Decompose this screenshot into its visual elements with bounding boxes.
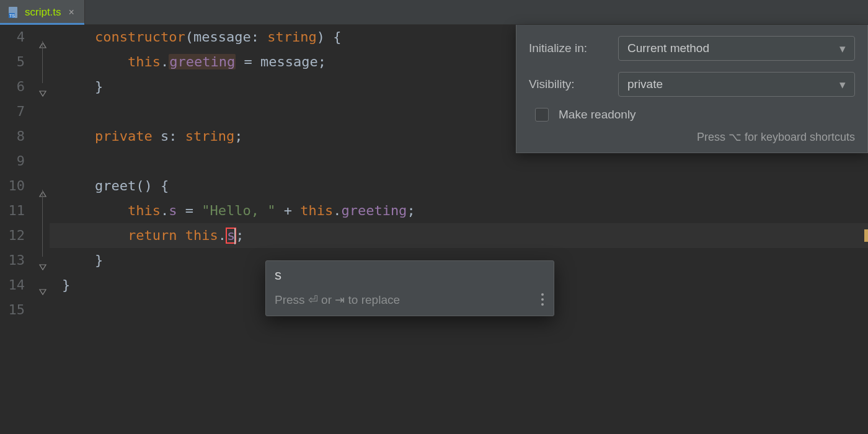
line-number: 5 xyxy=(0,50,25,74)
line-number: 7 xyxy=(0,99,25,124)
visibility-select[interactable]: private ▾ xyxy=(618,72,855,97)
rename-input[interactable]: s xyxy=(266,261,554,286)
tab-bar: TS script.ts × xyxy=(0,0,868,25)
code-line[interactable]: greet() { xyxy=(50,174,868,198)
line-number-gutter: 456789101112131415 xyxy=(0,25,36,434)
rename-hint: Press ⏎ or ⇥ to replace xyxy=(275,293,400,307)
initialize-in-select[interactable]: Current method ▾ xyxy=(618,36,855,61)
initialize-in-label: Initialize in: xyxy=(529,42,608,55)
line-number: 14 xyxy=(0,273,25,298)
svg-text:TS: TS xyxy=(9,14,15,18)
line-number: 11 xyxy=(0,198,25,223)
typescript-file-icon: TS xyxy=(7,6,20,19)
make-readonly-checkbox[interactable] xyxy=(535,108,549,122)
fold-end-icon[interactable] xyxy=(38,280,47,289)
line-number: 8 xyxy=(0,124,25,149)
more-options-icon[interactable] xyxy=(538,290,547,309)
code-line[interactable]: this.s = "Hello, " + this.greeting; xyxy=(50,198,868,223)
code-line[interactable]: return this.s; xyxy=(50,223,868,248)
fold-start-icon[interactable] xyxy=(38,32,47,41)
introduce-field-panel: Initialize in: Current method ▾ Visibili… xyxy=(516,25,868,153)
visibility-label: Visibility: xyxy=(529,78,608,91)
initialize-in-value: Current method xyxy=(627,42,709,55)
make-readonly-label: Make readonly xyxy=(559,108,636,122)
line-number: 6 xyxy=(0,74,25,99)
tab-filename: script.ts xyxy=(25,6,61,19)
fold-strip[interactable] xyxy=(36,25,50,434)
line-number: 4 xyxy=(0,25,25,50)
chevron-down-icon: ▾ xyxy=(839,42,846,56)
line-number: 15 xyxy=(0,298,25,322)
file-tab[interactable]: TS script.ts × xyxy=(0,0,85,24)
fold-end-icon[interactable] xyxy=(38,82,47,91)
line-number: 9 xyxy=(0,149,25,174)
visibility-value: private xyxy=(627,78,663,91)
fold-end-icon[interactable] xyxy=(38,255,47,264)
close-icon[interactable]: × xyxy=(66,6,77,19)
fold-start-icon[interactable] xyxy=(38,181,47,190)
line-number: 10 xyxy=(0,174,25,198)
keyboard-shortcuts-hint: Press ⌥ for keyboard shortcuts xyxy=(529,130,855,144)
chevron-down-icon: ▾ xyxy=(839,78,846,92)
rename-popup: s Press ⏎ or ⇥ to replace xyxy=(265,260,554,316)
line-number: 12 xyxy=(0,223,25,248)
line-number: 13 xyxy=(0,248,25,273)
